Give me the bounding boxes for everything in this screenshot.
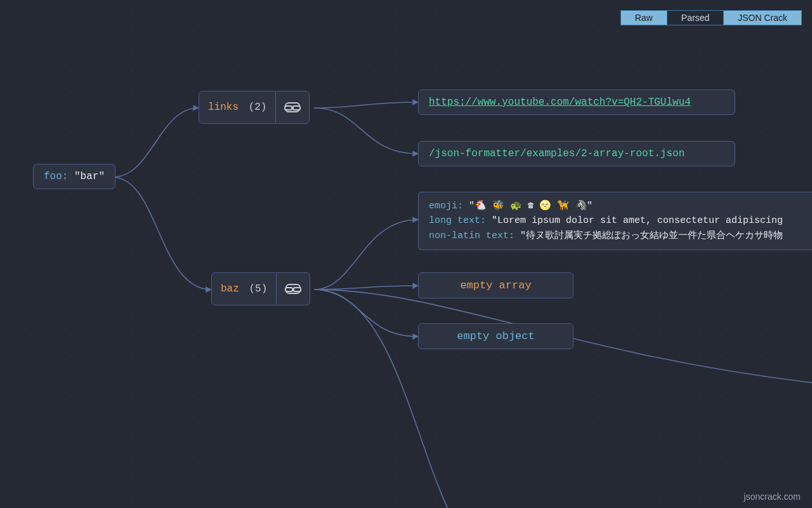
link-icon xyxy=(285,102,300,112)
node-baz[interactable]: baz (5) xyxy=(211,272,310,305)
node-link-path[interactable]: /json-formatter/examples/2-array-root.js… xyxy=(418,141,735,166)
links-name: links xyxy=(208,102,239,113)
empty-array-label: empty array xyxy=(460,279,531,291)
non-latin-value: "待ヌ歌討属実チ拠総ぽおっ女結ゆ並一件た県合ヘケカサ時物 xyxy=(520,231,783,241)
youtube-link[interactable]: https://www.youtube.com/watch?v=QH2-TGUl… xyxy=(429,97,691,108)
node-baz-object[interactable]: emoji: "🐔 🐝 🐢 ☎ 🌝 🦮 🦓" long text: "Lorem… xyxy=(418,192,812,250)
long-text-value: "Lorem ipsum dolor sit amet, consectetur… xyxy=(492,215,783,226)
baz-name: baz xyxy=(221,283,239,295)
json-path-text: /json-formatter/examples/2-array-root.js… xyxy=(429,148,684,159)
baz-count: (5) xyxy=(249,283,267,295)
node-links[interactable]: links (2) xyxy=(199,91,310,124)
node-link-youtube[interactable]: https://www.youtube.com/watch?v=QH2-TGUl… xyxy=(418,90,735,115)
tab-parsed[interactable]: Parsed xyxy=(667,11,723,25)
node-empty-array[interactable]: empty array xyxy=(418,272,573,298)
emoji-key: emoji: xyxy=(429,201,463,211)
tab-json-crack[interactable]: JSON Crack xyxy=(723,11,801,25)
links-expand-icon[interactable] xyxy=(275,92,309,123)
baz-expand-icon[interactable] xyxy=(276,274,310,304)
graph-edges xyxy=(0,0,812,508)
footer-credit: jsoncrack.com xyxy=(744,491,801,502)
root-key: foo xyxy=(44,171,62,182)
tab-raw[interactable]: Raw xyxy=(621,11,667,25)
empty-object-label: empty object xyxy=(457,330,534,342)
non-latin-key: non-latin text: xyxy=(429,231,514,241)
long-text-key: long text: xyxy=(429,215,486,226)
root-value: "bar" xyxy=(74,171,105,182)
view-tabs: Raw Parsed JSON Crack xyxy=(620,10,802,25)
node-empty-object[interactable]: empty object xyxy=(418,323,573,349)
emoji-value: "🐔 🐝 🐢 ☎ 🌝 🦮 🦓" xyxy=(469,201,593,211)
link-icon xyxy=(285,284,301,294)
node-root[interactable]: foo: "bar" xyxy=(33,164,115,189)
links-count: (2) xyxy=(249,102,267,113)
